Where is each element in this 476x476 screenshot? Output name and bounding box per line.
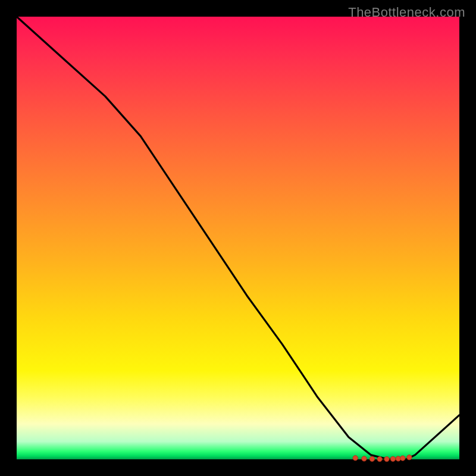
data-marker	[384, 456, 389, 461]
data-marker	[407, 455, 412, 460]
marker-group	[353, 455, 412, 462]
data-marker	[400, 456, 405, 461]
data-marker	[377, 456, 382, 461]
data-marker	[362, 456, 367, 461]
data-marker	[390, 456, 395, 461]
chart-container: TheBottleneck.com	[0, 0, 476, 476]
plot-area	[17, 17, 459, 459]
chart-svg	[17, 17, 459, 459]
bottleneck-curve-line	[17, 17, 459, 459]
data-marker	[353, 456, 358, 461]
data-marker	[369, 456, 374, 461]
